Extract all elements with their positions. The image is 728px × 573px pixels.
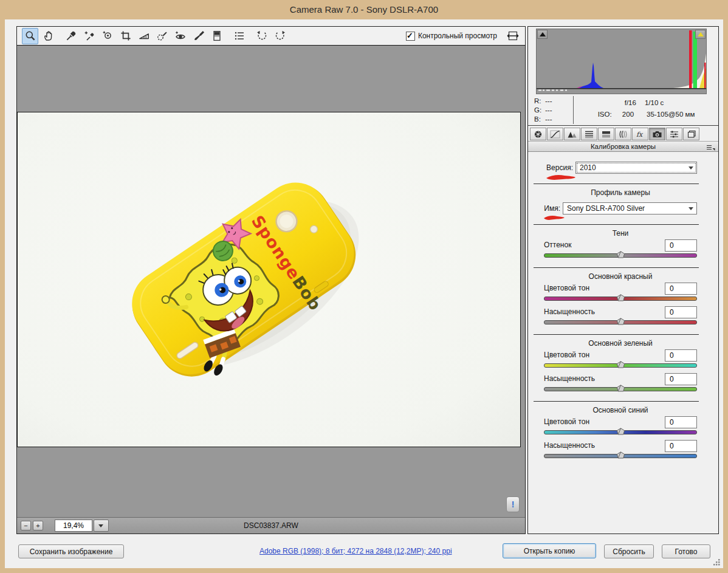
targeted-adjustment-tool-button[interactable] bbox=[99, 28, 115, 44]
rotate-left-icon bbox=[256, 30, 268, 42]
save-image-button[interactable]: Сохранить изображение bbox=[18, 544, 124, 558]
lens-value: 35-105@50 мм bbox=[647, 111, 695, 118]
processing-warning-badge[interactable]: ! bbox=[506, 496, 520, 512]
brush-icon bbox=[193, 30, 205, 42]
rotate-left-button[interactable] bbox=[253, 28, 270, 44]
tab-presets[interactable] bbox=[666, 128, 682, 140]
tab-tone-curve[interactable] bbox=[547, 128, 563, 140]
iso-label: ISO: bbox=[598, 111, 612, 118]
white-balance-tool-button[interactable] bbox=[63, 28, 79, 44]
slider-track[interactable] bbox=[544, 430, 697, 434]
highlight-clipping-button[interactable] bbox=[695, 30, 706, 39]
camera-profile-select[interactable]: Sony DSLR-A700 Silver bbox=[563, 202, 697, 214]
shutter-value: 1/10 с bbox=[645, 99, 664, 106]
slider-thumb[interactable] bbox=[616, 428, 625, 435]
slider-value-input[interactable] bbox=[665, 440, 697, 452]
slider-row-blue-hue: Цветовой тон bbox=[544, 416, 697, 434]
panel-title: Калибровка камеры bbox=[591, 143, 656, 150]
reset-button[interactable]: Сбросить bbox=[604, 544, 654, 558]
preview-canvas[interactable]: SpongeBob ! bbox=[17, 46, 525, 517]
svg-text:fx: fx bbox=[636, 131, 644, 139]
histogram-plot bbox=[537, 29, 706, 94]
toggle-fullscreen-icon bbox=[507, 30, 519, 41]
rotate-right-button[interactable] bbox=[272, 28, 288, 44]
toggle-fullscreen-button[interactable] bbox=[506, 29, 520, 43]
highlight-clipping-triangle-icon bbox=[698, 32, 704, 36]
slider-row-shadow-tint: Оттенок bbox=[544, 239, 697, 258]
tab-hsl-grayscale[interactable] bbox=[581, 128, 597, 140]
chevron-down-icon bbox=[689, 207, 693, 210]
panel-header: Калибровка камеры bbox=[528, 141, 718, 152]
tab-detail[interactable] bbox=[564, 128, 580, 140]
photo-preview[interactable]: SpongeBob bbox=[17, 112, 521, 447]
slider-thumb[interactable] bbox=[616, 451, 625, 459]
resize-grip[interactable] bbox=[713, 559, 721, 566]
calibration-controls: Версия: 2010 Профиль камеры Имя: Sony DS… bbox=[528, 152, 718, 533]
exposure-info: f/161/10 с ISO: 20035-105@50 мм bbox=[574, 96, 715, 124]
slider-row-blue-saturation: Насыщенность bbox=[544, 440, 697, 458]
profile-name-label: Имя: bbox=[544, 204, 563, 213]
slider-value-input[interactable] bbox=[665, 306, 697, 318]
preview-checkbox[interactable] bbox=[406, 32, 415, 41]
slider-track[interactable] bbox=[544, 253, 697, 258]
window-title: Camera Raw 7.0 - Sony DSLR-A700 bbox=[0, 0, 728, 19]
color-sampler-icon bbox=[83, 30, 95, 42]
tab-snapshots[interactable] bbox=[683, 128, 699, 140]
section-separator bbox=[534, 224, 699, 225]
slider-track[interactable] bbox=[544, 387, 697, 391]
process-version-value: 2010 bbox=[580, 163, 596, 172]
tab-camera-calibration[interactable] bbox=[649, 128, 665, 140]
straighten-tool-button[interactable] bbox=[136, 28, 152, 44]
slider-thumb[interactable] bbox=[616, 385, 625, 392]
rotate-right-icon bbox=[274, 30, 286, 42]
red-eye-removal-tool-button[interactable] bbox=[172, 28, 188, 44]
shadow-clipping-triangle-icon bbox=[540, 32, 546, 36]
iso-value: 200 bbox=[622, 111, 634, 118]
slider-value-input[interactable] bbox=[665, 349, 697, 362]
preview-checkbox-label: Контрольный просмотр bbox=[418, 32, 497, 40]
chevron-down-icon bbox=[689, 166, 693, 170]
r-label: R: bbox=[534, 97, 545, 106]
slider-row-green-hue: Цветовой тон bbox=[544, 349, 697, 368]
r-value: --- bbox=[545, 97, 552, 105]
slider-track[interactable] bbox=[544, 320, 697, 324]
photo-image: SpongeBob bbox=[18, 112, 520, 447]
slider-thumb[interactable] bbox=[616, 318, 625, 325]
slider-value-input[interactable] bbox=[665, 373, 697, 385]
done-button[interactable]: Готово bbox=[662, 544, 710, 558]
color-sampler-tool-button[interactable] bbox=[81, 28, 97, 44]
slider-value-input[interactable] bbox=[665, 416, 697, 428]
slider-value-input[interactable] bbox=[665, 239, 697, 252]
slider-thumb[interactable] bbox=[616, 294, 625, 301]
adjustment-brush-tool-button[interactable] bbox=[190, 28, 207, 44]
spot-removal-tool-button[interactable] bbox=[154, 28, 170, 44]
panel-divider bbox=[528, 125, 718, 126]
section-title-blue-primary: Основной синий bbox=[544, 406, 697, 414]
slider-row-green-saturation: Насыщенность bbox=[544, 373, 697, 391]
slider-track[interactable] bbox=[544, 297, 697, 301]
workflow-options-link[interactable]: Adobe RGB (1998); 8 бит; 4272 на 2848 (1… bbox=[259, 547, 452, 555]
slider-track[interactable] bbox=[544, 363, 697, 368]
open-preferences-button[interactable] bbox=[231, 28, 247, 44]
crop-icon bbox=[120, 30, 132, 42]
crop-tool-button[interactable] bbox=[117, 28, 134, 44]
slider-value-input[interactable] bbox=[665, 283, 697, 295]
slider-track[interactable] bbox=[544, 454, 697, 458]
zoom-tool-button[interactable] bbox=[22, 28, 38, 44]
hand-tool-button[interactable] bbox=[40, 28, 57, 44]
section-title-green-primary: Основной зеленый bbox=[544, 339, 697, 348]
slider-thumb[interactable] bbox=[616, 361, 625, 368]
tab-effects[interactable]: fx bbox=[632, 128, 648, 140]
red-eye-icon bbox=[174, 30, 187, 42]
b-label: B: bbox=[534, 115, 545, 124]
open-copy-button[interactable]: Открыть копию bbox=[503, 543, 596, 558]
shadow-clipping-button[interactable] bbox=[537, 30, 548, 39]
tab-split-toning[interactable] bbox=[598, 128, 614, 140]
process-version-select[interactable]: 2010 bbox=[575, 162, 697, 174]
red-scribble-annotation bbox=[545, 173, 577, 182]
tab-lens-corrections[interactable] bbox=[615, 128, 631, 140]
graduated-filter-tool-button[interactable] bbox=[208, 28, 225, 44]
tab-basic[interactable] bbox=[530, 128, 546, 140]
preview-pane: Контрольный просмотр bbox=[16, 26, 526, 534]
slider-thumb[interactable] bbox=[616, 251, 625, 258]
